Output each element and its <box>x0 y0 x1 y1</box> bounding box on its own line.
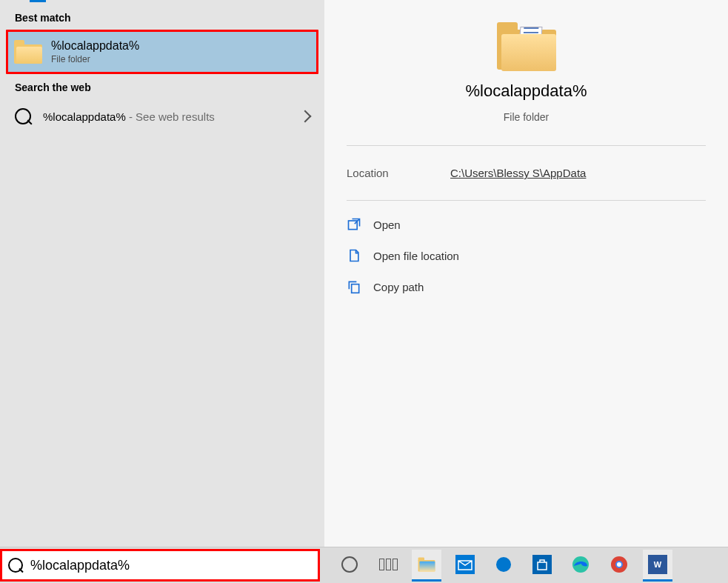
search-input[interactable] <box>23 557 312 574</box>
task-view-button[interactable] <box>373 550 403 582</box>
folder-icon <box>497 22 556 71</box>
taskbar: W <box>0 547 728 583</box>
preview-pane: %localappdata% File folder Location C:\U… <box>324 0 728 547</box>
task-view-icon <box>379 559 398 570</box>
preview-header: %localappdata% File folder <box>324 22 728 145</box>
open-file-location-label: Open file location <box>373 250 459 262</box>
search-icon <box>15 108 31 124</box>
svg-rect-3 <box>532 555 552 574</box>
search-web-heading: Search the web <box>0 74 324 99</box>
dell-icon <box>496 557 511 572</box>
filter-tab-strip <box>0 0 324 4</box>
web-result-query: %localappdata% <box>43 110 126 123</box>
chrome-button[interactable] <box>604 550 634 582</box>
results-pane: Best match %localappdata% File folder Se… <box>0 0 324 547</box>
best-match-subtitle: File folder <box>51 54 139 64</box>
preview-subtitle: File folder <box>504 111 549 123</box>
edge-button[interactable] <box>566 550 595 582</box>
open-action[interactable]: Open <box>344 211 709 238</box>
svg-point-7 <box>617 562 621 567</box>
open-file-location-icon <box>347 248 361 263</box>
copy-path-label: Copy path <box>373 281 424 293</box>
open-file-location-action[interactable]: Open file location <box>344 242 709 269</box>
taskbar-icons: W <box>335 550 672 582</box>
mail-icon <box>455 555 475 574</box>
active-filter-indicator <box>30 0 46 2</box>
location-row: Location C:\Users\Blessy S\AppData <box>324 146 728 200</box>
open-icon <box>347 217 361 232</box>
taskbar-search-box[interactable] <box>0 549 320 582</box>
search-icon <box>8 558 23 573</box>
preview-title: %localappdata% <box>466 81 587 101</box>
best-match-title: %localappdata% <box>51 39 139 53</box>
copy-path-icon <box>347 279 361 294</box>
web-search-result[interactable]: %localappdata% - See web results <box>0 99 324 133</box>
copy-path-action[interactable]: Copy path <box>344 273 709 300</box>
location-label: Location <box>347 167 450 179</box>
file-explorer-button[interactable] <box>412 550 441 582</box>
web-result-suffix: - See web results <box>126 110 215 123</box>
dell-app-button[interactable] <box>489 550 518 582</box>
best-match-text: %localappdata% File folder <box>51 39 139 64</box>
preview-actions: Open Open file location Copy path <box>324 201 728 310</box>
cortana-button[interactable] <box>335 550 364 582</box>
edge-icon <box>572 556 590 573</box>
chrome-icon <box>610 556 628 573</box>
word-icon: W <box>648 555 667 574</box>
word-button[interactable]: W <box>643 550 672 582</box>
folder-icon <box>14 40 42 64</box>
search-results-window: Best match %localappdata% File folder Se… <box>0 0 728 547</box>
web-result-text: %localappdata% - See web results <box>43 110 289 123</box>
store-icon <box>532 555 552 574</box>
open-label: Open <box>373 219 401 231</box>
cortana-icon <box>341 556 358 573</box>
best-match-heading: Best match <box>0 4 324 30</box>
best-match-result[interactable]: %localappdata% File folder <box>6 30 318 74</box>
location-path-link[interactable]: C:\Users\Blessy S\AppData <box>450 167 586 179</box>
store-button[interactable] <box>527 550 557 582</box>
mail-button[interactable] <box>450 550 480 582</box>
chevron-right-icon <box>299 110 312 123</box>
file-explorer-icon <box>418 557 435 571</box>
svg-rect-1 <box>352 284 359 293</box>
